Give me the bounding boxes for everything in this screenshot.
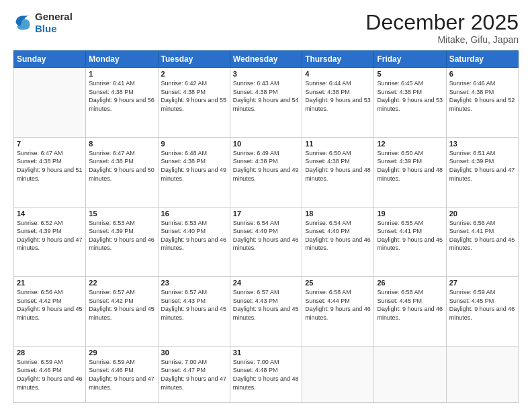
- cell-text: Sunrise: 6:57 AMSunset: 4:43 PMDaylight:…: [161, 288, 227, 322]
- cell-text: Sunrise: 6:45 AMSunset: 4:38 PMDaylight:…: [377, 79, 443, 113]
- day-cell: 21Sunrise: 6:56 AMSunset: 4:42 PMDayligh…: [14, 277, 86, 347]
- cell-text: Sunrise: 6:59 AMSunset: 4:46 PMDaylight:…: [17, 358, 83, 392]
- day-cell: 22Sunrise: 6:57 AMSunset: 4:42 PMDayligh…: [86, 277, 158, 347]
- day-cell: [302, 346, 374, 402]
- cell-text: Sunrise: 6:55 AMSunset: 4:41 PMDaylight:…: [377, 219, 443, 253]
- day-cell: [374, 346, 446, 402]
- cell-text: Sunrise: 6:54 AMSunset: 4:40 PMDaylight:…: [305, 219, 371, 253]
- week-row-0: 1Sunrise: 6:41 AMSunset: 4:38 PMDaylight…: [14, 68, 519, 138]
- cell-text: Sunrise: 6:53 AMSunset: 4:40 PMDaylight:…: [161, 219, 227, 253]
- day-header-tuesday: Tuesday: [158, 51, 230, 68]
- day-number: 20: [449, 210, 515, 218]
- cell-text: Sunrise: 6:58 AMSunset: 4:44 PMDaylight:…: [305, 288, 371, 322]
- day-number: 29: [89, 349, 154, 357]
- cell-text: Sunrise: 6:59 AMSunset: 4:46 PMDaylight:…: [89, 358, 154, 392]
- header-row: SundayMondayTuesdayWednesdayThursdayFrid…: [14, 51, 519, 68]
- day-cell: 29Sunrise: 6:59 AMSunset: 4:46 PMDayligh…: [86, 346, 158, 402]
- day-cell: 6Sunrise: 6:46 AMSunset: 4:38 PMDaylight…: [446, 68, 518, 138]
- logo-line2: Blue: [35, 23, 73, 35]
- day-header-saturday: Saturday: [446, 51, 518, 68]
- day-number: 25: [305, 279, 371, 287]
- day-cell: [14, 68, 86, 138]
- day-cell: 18Sunrise: 6:54 AMSunset: 4:40 PMDayligh…: [302, 207, 374, 277]
- day-number: 16: [161, 210, 227, 218]
- day-number: 21: [17, 279, 83, 287]
- day-cell: 31Sunrise: 7:00 AMSunset: 4:48 PMDayligh…: [230, 346, 302, 402]
- calendar-table: SundayMondayTuesdayWednesdayThursdayFrid…: [13, 50, 519, 403]
- cell-text: Sunrise: 6:47 AMSunset: 4:38 PMDaylight:…: [17, 149, 83, 183]
- day-cell: 11Sunrise: 6:50 AMSunset: 4:38 PMDayligh…: [302, 137, 374, 207]
- cell-text: Sunrise: 6:50 AMSunset: 4:39 PMDaylight:…: [377, 149, 443, 183]
- cell-text: Sunrise: 6:57 AMSunset: 4:43 PMDaylight:…: [233, 288, 299, 322]
- day-cell: 9Sunrise: 6:48 AMSunset: 4:38 PMDaylight…: [158, 137, 230, 207]
- page: General Blue December 2025 Mitake, Gifu,…: [0, 0, 532, 411]
- cell-text: Sunrise: 6:47 AMSunset: 4:38 PMDaylight:…: [89, 149, 154, 183]
- day-cell: 28Sunrise: 6:59 AMSunset: 4:46 PMDayligh…: [14, 346, 86, 402]
- day-number: 14: [17, 210, 83, 218]
- day-number: 5: [377, 70, 443, 78]
- day-header-wednesday: Wednesday: [230, 51, 302, 68]
- day-number: 30: [161, 349, 227, 357]
- day-number: 17: [233, 210, 299, 218]
- cell-text: Sunrise: 6:52 AMSunset: 4:39 PMDaylight:…: [17, 219, 83, 253]
- day-cell: 12Sunrise: 6:50 AMSunset: 4:39 PMDayligh…: [374, 137, 446, 207]
- day-number: 10: [233, 140, 299, 148]
- cell-text: Sunrise: 6:43 AMSunset: 4:38 PMDaylight:…: [233, 79, 299, 113]
- header: General Blue December 2025 Mitake, Gifu,…: [13, 11, 519, 45]
- week-row-1: 7Sunrise: 6:47 AMSunset: 4:38 PMDaylight…: [14, 137, 519, 207]
- day-number: 8: [89, 140, 154, 148]
- logo-line1: General: [35, 11, 73, 23]
- day-number: 22: [89, 279, 154, 287]
- day-number: 11: [305, 140, 371, 148]
- day-number: 1: [89, 70, 154, 78]
- day-number: 12: [377, 140, 443, 148]
- cell-text: Sunrise: 6:49 AMSunset: 4:38 PMDaylight:…: [233, 149, 299, 183]
- day-cell: 17Sunrise: 6:54 AMSunset: 4:40 PMDayligh…: [230, 207, 302, 277]
- day-number: 4: [305, 70, 371, 78]
- day-cell: 23Sunrise: 6:57 AMSunset: 4:43 PMDayligh…: [158, 277, 230, 347]
- day-number: 23: [161, 279, 227, 287]
- day-cell: 3Sunrise: 6:43 AMSunset: 4:38 PMDaylight…: [230, 68, 302, 138]
- cell-text: Sunrise: 6:50 AMSunset: 4:38 PMDaylight:…: [305, 149, 371, 183]
- day-cell: 25Sunrise: 6:58 AMSunset: 4:44 PMDayligh…: [302, 277, 374, 347]
- day-number: 18: [305, 210, 371, 218]
- day-cell: 20Sunrise: 6:56 AMSunset: 4:41 PMDayligh…: [446, 207, 518, 277]
- cell-text: Sunrise: 6:53 AMSunset: 4:39 PMDaylight:…: [89, 219, 154, 253]
- day-number: 28: [17, 349, 83, 357]
- day-number: 15: [89, 210, 154, 218]
- day-number: 9: [161, 140, 227, 148]
- day-cell: 5Sunrise: 6:45 AMSunset: 4:38 PMDaylight…: [374, 68, 446, 138]
- day-number: 27: [449, 279, 515, 287]
- day-cell: 10Sunrise: 6:49 AMSunset: 4:38 PMDayligh…: [230, 137, 302, 207]
- cell-text: Sunrise: 6:44 AMSunset: 4:38 PMDaylight:…: [305, 79, 371, 113]
- day-cell: 14Sunrise: 6:52 AMSunset: 4:39 PMDayligh…: [14, 207, 86, 277]
- day-number: 24: [233, 279, 299, 287]
- day-number: 7: [17, 140, 83, 148]
- cell-text: Sunrise: 6:42 AMSunset: 4:38 PMDaylight:…: [161, 79, 227, 113]
- logo-icon: [13, 13, 32, 32]
- day-cell: 26Sunrise: 6:58 AMSunset: 4:45 PMDayligh…: [374, 277, 446, 347]
- day-cell: 7Sunrise: 6:47 AMSunset: 4:38 PMDaylight…: [14, 137, 86, 207]
- day-cell: 15Sunrise: 6:53 AMSunset: 4:39 PMDayligh…: [86, 207, 158, 277]
- cell-text: Sunrise: 6:54 AMSunset: 4:40 PMDaylight:…: [233, 219, 299, 253]
- day-number: 3: [233, 70, 299, 78]
- week-row-4: 28Sunrise: 6:59 AMSunset: 4:46 PMDayligh…: [14, 346, 519, 402]
- cell-text: Sunrise: 6:59 AMSunset: 4:45 PMDaylight:…: [449, 288, 515, 322]
- day-cell: 2Sunrise: 6:42 AMSunset: 4:38 PMDaylight…: [158, 68, 230, 138]
- week-row-2: 14Sunrise: 6:52 AMSunset: 4:39 PMDayligh…: [14, 207, 519, 277]
- cell-text: Sunrise: 6:41 AMSunset: 4:38 PMDaylight:…: [89, 79, 154, 113]
- cell-text: Sunrise: 6:56 AMSunset: 4:41 PMDaylight:…: [449, 219, 515, 253]
- day-cell: 8Sunrise: 6:47 AMSunset: 4:38 PMDaylight…: [86, 137, 158, 207]
- day-cell: 1Sunrise: 6:41 AMSunset: 4:38 PMDaylight…: [86, 68, 158, 138]
- day-number: 2: [161, 70, 227, 78]
- day-cell: 30Sunrise: 7:00 AMSunset: 4:47 PMDayligh…: [158, 346, 230, 402]
- day-cell: 27Sunrise: 6:59 AMSunset: 4:45 PMDayligh…: [446, 277, 518, 347]
- day-number: 26: [377, 279, 443, 287]
- day-cell: 19Sunrise: 6:55 AMSunset: 4:41 PMDayligh…: [374, 207, 446, 277]
- cell-text: Sunrise: 6:48 AMSunset: 4:38 PMDaylight:…: [161, 149, 227, 183]
- cell-text: Sunrise: 6:57 AMSunset: 4:42 PMDaylight:…: [89, 288, 154, 322]
- logo-text: General Blue: [35, 11, 73, 35]
- cell-text: Sunrise: 6:58 AMSunset: 4:45 PMDaylight:…: [377, 288, 443, 322]
- cell-text: Sunrise: 7:00 AMSunset: 4:47 PMDaylight:…: [161, 358, 227, 392]
- day-cell: 24Sunrise: 6:57 AMSunset: 4:43 PMDayligh…: [230, 277, 302, 347]
